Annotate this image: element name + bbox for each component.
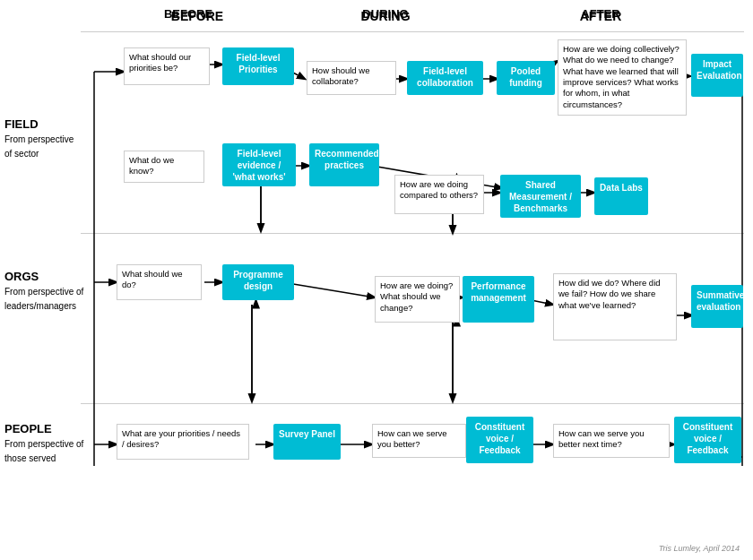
row-label-people: PEOPLE From perspective ofthose served bbox=[4, 421, 83, 465]
performance-management-box: Performance management bbox=[463, 276, 534, 323]
summative-evaluation-box: Summative evaluation bbox=[691, 285, 743, 328]
orgs-doing-question: How are we doing? What should we change? bbox=[375, 276, 460, 323]
shared-measurement-box: Shared Measurement / Benchmarks bbox=[500, 175, 581, 218]
comparing-question: How are we doing compared to others? bbox=[394, 175, 484, 214]
divider-top bbox=[81, 31, 744, 32]
pooled-funding-box: Pooled funding bbox=[497, 61, 555, 95]
col-before: BEFORE bbox=[134, 9, 260, 23]
field-priorities-question: What should our priorities be? bbox=[124, 47, 210, 85]
people-serve-question: How can we serve you better? bbox=[372, 424, 466, 458]
col-after: AFTER bbox=[556, 9, 645, 23]
row-label-orgs: ORGS From perspective ofleaders/managers bbox=[4, 269, 83, 313]
svg-line-15 bbox=[282, 282, 375, 297]
people-priorities-question: What are your priorities / needs / desir… bbox=[117, 424, 249, 460]
impact-evaluation-box: Impact Evaluation bbox=[691, 54, 743, 97]
programme-design-box: Programme design bbox=[222, 264, 294, 300]
constituent-voice2-box: Constituent voice / Feedback bbox=[674, 417, 741, 463]
field-priorities-box: Field-level Priorities bbox=[222, 47, 294, 85]
credit-text: Tris Lumley, April 2014 bbox=[659, 544, 740, 553]
people-after-question: How can we serve you better next time? bbox=[553, 424, 670, 458]
data-labs-box: Data Labs bbox=[594, 177, 648, 215]
field-evidence-box: Field-level evidence / 'what works' bbox=[222, 143, 296, 186]
survey-panel-box: Survey Panel bbox=[273, 424, 341, 460]
col-during: DURING bbox=[332, 9, 439, 23]
diagram-container: BEFORE DURING AFTER bbox=[0, 0, 753, 560]
field-doing-question: How are we doing collectively? What do w… bbox=[558, 39, 687, 116]
collaborate-question: How should we collaborate? bbox=[307, 61, 396, 95]
divider-field-orgs bbox=[81, 233, 744, 234]
divider-orgs-people bbox=[81, 403, 744, 404]
constituent-voice1-box: Constituent voice / Feedback bbox=[466, 417, 533, 463]
orgs-after-question: How did we do? Where did we fail? How do… bbox=[553, 273, 677, 340]
field-collaboration-box: Field-level collaboration bbox=[407, 61, 483, 95]
recommended-practices-box: Recommended practices bbox=[309, 143, 379, 186]
orgs-do-question: What should we do? bbox=[117, 264, 202, 300]
row-label-field: FIELD From perspectiveof sector bbox=[4, 116, 74, 160]
field-know-question: What do we know? bbox=[124, 151, 204, 183]
